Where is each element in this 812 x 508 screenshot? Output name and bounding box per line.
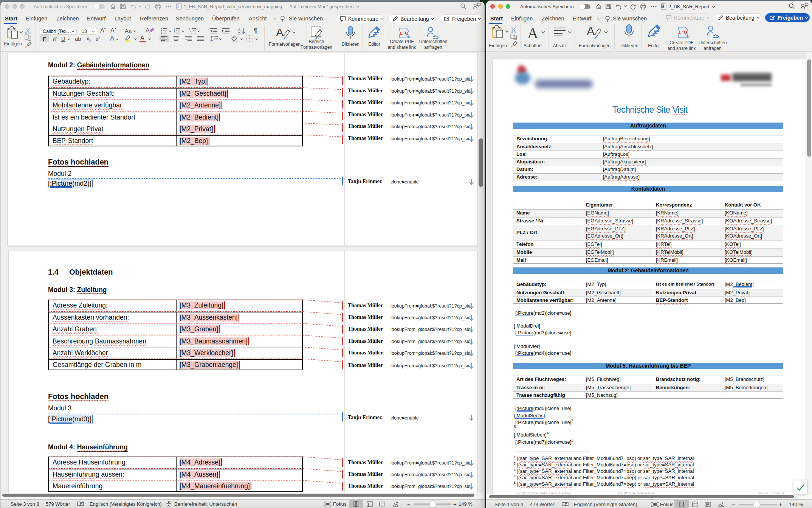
svg-text:3: 3 [174,32,175,34]
svg-text:A: A [238,28,240,31]
svg-text:i: i [191,32,192,34]
svg-text:Z: Z [238,31,240,35]
svg-text:A: A [587,24,595,38]
svg-text:A: A [276,26,284,39]
